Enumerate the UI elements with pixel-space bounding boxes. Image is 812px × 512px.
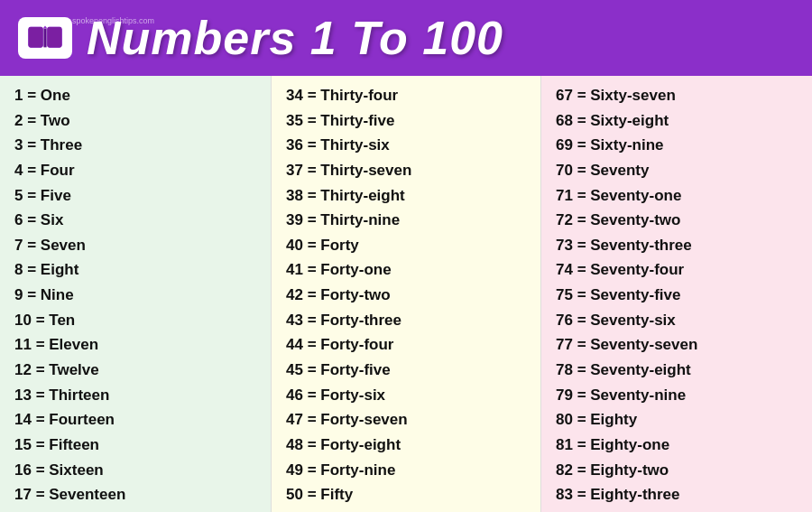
watermark: spokenenglishtips.com — [72, 16, 154, 25]
number-item: 49 = Forty-nine — [286, 460, 526, 482]
number-item: 71 = Seventy-one — [556, 185, 798, 208]
content-area: 1 = One2 = Two3 = Three4 = Four5 = Five6… — [0, 76, 812, 512]
number-item: 50 = Fifty — [286, 484, 526, 507]
svg-rect-2 — [29, 27, 43, 47]
number-item: 39 = Thirty-nine — [286, 209, 526, 232]
number-item: 2 = Two — [14, 110, 256, 133]
number-item: 69 = Sixty-nine — [556, 135, 798, 157]
number-item: 44 = Forty-four — [286, 334, 526, 357]
number-item: 6 = Six — [14, 209, 256, 232]
number-item: 47 = Forty-seven — [286, 409, 526, 432]
number-item: 43 = Forty-three — [286, 310, 526, 332]
number-item: 67 = Sixty-seven — [556, 85, 798, 107]
number-item: 41 = Forty-one — [286, 259, 526, 282]
number-item: 3 = Three — [14, 135, 256, 157]
header: Numbers 1 To 100 spokenenglishtips.com — [0, 0, 812, 76]
number-item: 9 = Nine — [14, 284, 256, 307]
number-item: 77 = Seventy-seven — [556, 334, 798, 357]
number-item: 76 = Seventy-six — [556, 310, 798, 332]
column-left: 1 = One2 = Two3 = Three4 = Four5 = Five6… — [0, 76, 271, 512]
number-item: 73 = Seventy-three — [556, 235, 798, 257]
number-item: 45 = Forty-five — [286, 359, 526, 382]
number-item: 38 = Thirty-eight — [286, 185, 526, 208]
number-item: 48 = Forty-eight — [286, 434, 526, 457]
number-item: 79 = Seventy-nine — [556, 385, 798, 407]
number-item: 15 = Fifteen — [14, 434, 256, 457]
number-item: 36 = Thirty-six — [286, 135, 526, 157]
number-item: 17 = Seventeen — [14, 484, 256, 507]
number-item: 5 = Five — [14, 185, 256, 208]
number-item: 34 = Thirty-four — [286, 85, 526, 107]
number-item: 35 = Thirty-five — [286, 110, 526, 133]
number-item: 40 = Forty — [286, 235, 526, 257]
number-item: 74 = Seventy-four — [556, 259, 798, 282]
number-item: 72 = Seventy-two — [556, 209, 798, 232]
number-item: 82 = Eighty-two — [556, 460, 798, 482]
number-item: 46 = Forty-six — [286, 385, 526, 407]
number-item: 10 = Ten — [14, 310, 256, 332]
number-item: 42 = Forty-two — [286, 284, 526, 307]
number-item: 70 = Seventy — [556, 160, 798, 182]
column-middle: 34 = Thirty-four35 = Thirty-five36 = Thi… — [271, 76, 541, 512]
number-item: 78 = Seventy-eight — [556, 359, 798, 382]
number-item: 37 = Thirty-seven — [286, 160, 526, 182]
svg-rect-3 — [47, 27, 61, 47]
number-item: 83 = Eighty-three — [556, 484, 798, 507]
number-item: 11 = Eleven — [14, 334, 256, 357]
number-item: 75 = Seventy-five — [556, 284, 798, 307]
number-item: 4 = Four — [14, 160, 256, 182]
svg-rect-4 — [43, 29, 46, 48]
book-icon — [18, 17, 72, 59]
number-item: 14 = Fourteen — [14, 409, 256, 432]
number-item: 68 = Sixty-eight — [556, 110, 798, 133]
number-item: 7 = Seven — [14, 235, 256, 257]
number-item: 16 = Sixteen — [14, 460, 256, 482]
number-item: 80 = Eighty — [556, 409, 798, 432]
column-right: 67 = Sixty-seven68 = Sixty-eight69 = Six… — [541, 76, 812, 512]
number-item: 1 = One — [14, 85, 256, 107]
number-item: 13 = Thirteen — [14, 385, 256, 407]
number-item: 8 = Eight — [14, 259, 256, 282]
number-item: 12 = Twelve — [14, 359, 256, 382]
number-item: 81 = Eighty-one — [556, 434, 798, 457]
